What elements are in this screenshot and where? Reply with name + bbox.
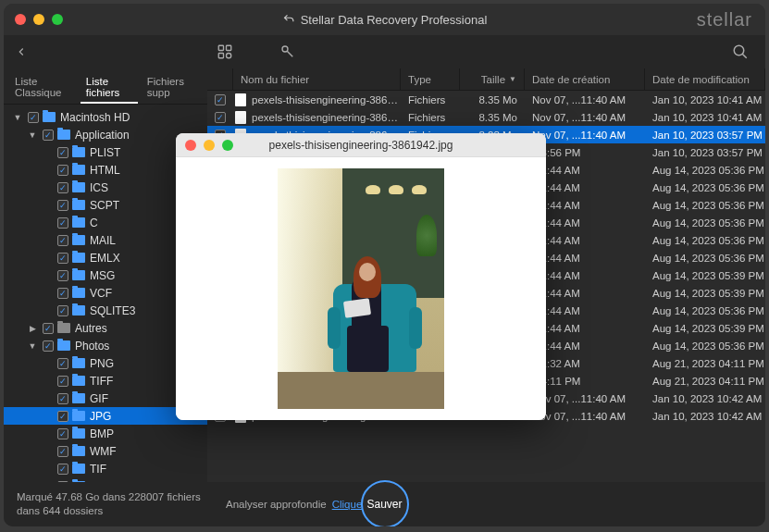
file-type: Fichiers (401, 94, 460, 105)
minimize-icon[interactable] (33, 14, 44, 25)
tree-label: Macintosh HD (60, 111, 130, 124)
folder-icon (72, 376, 85, 386)
tree-item[interactable]: ✓ WMF (4, 442, 207, 460)
file-name: pexels-thisisengineering-3861958.jpg (252, 112, 401, 123)
checkbox[interactable]: ✓ (57, 464, 68, 475)
titlebar: Stellar Data Recovery Professional stell… (4, 4, 765, 35)
tree-item[interactable]: ▼ ✓ Macintosh HD (4, 108, 207, 126)
toolbar (4, 35, 765, 68)
checkbox[interactable]: ✓ (215, 94, 226, 105)
checkbox[interactable]: ✓ (57, 358, 68, 369)
file-modified: Aug 21, 2023 04:11 PM (645, 376, 765, 387)
checkbox[interactable]: ✓ (57, 217, 68, 229)
tree-item[interactable]: ✓ BMP (4, 425, 207, 442)
col-type[interactable]: Type (401, 68, 460, 90)
checkbox[interactable]: ✓ (57, 411, 68, 422)
file-modified: Aug 14, 2023 05:36 PM (645, 165, 765, 176)
footer: Marqué 47.68 Go dans 228007 fichiers dan… (4, 482, 765, 526)
file-modified: Jan 10, 2023 03:57 PM (645, 147, 765, 158)
checkbox[interactable]: ✓ (57, 288, 68, 299)
save-button[interactable]: Sauver (361, 480, 409, 526)
tree-label: BMP (90, 427, 114, 440)
file-modified: Aug 14, 2023 05:36 PM (645, 182, 765, 193)
tab-classic[interactable]: Liste Classique (9, 72, 77, 104)
col-created[interactable]: Date de création (525, 68, 645, 90)
search-icon[interactable] (732, 43, 749, 60)
tree-label: Photos (75, 340, 109, 353)
checkbox[interactable]: ✓ (57, 270, 68, 281)
sidebar-tabs: Liste Classique Liste fichiers Fichiers … (4, 68, 207, 105)
folder-icon (72, 393, 85, 403)
maximize-icon[interactable] (52, 14, 63, 25)
close-icon[interactable] (15, 14, 26, 25)
checkbox[interactable]: ✓ (57, 446, 68, 457)
folder-icon (72, 464, 85, 474)
col-name[interactable]: Nom du fichier (233, 68, 401, 90)
file-modified: Aug 14, 2023 05:36 PM (645, 200, 765, 211)
file-modified: Aug 14, 2023 05:39 PM (645, 270, 765, 281)
folder-icon (72, 147, 85, 157)
deep-scan-label: Analyser approfondie (226, 499, 327, 510)
preview-close-icon[interactable] (185, 140, 196, 151)
back-button[interactable] (15, 45, 28, 58)
file-created: Nov 07, ...11:40 AM (525, 112, 645, 123)
tree-label: HTML (90, 164, 120, 177)
tree-label: TIFF (90, 375, 113, 388)
checkbox[interactable]: ✓ (57, 165, 68, 176)
checkbox[interactable]: ✓ (57, 147, 68, 158)
disclosure-icon[interactable]: ▶ (26, 324, 39, 333)
preview-image (278, 168, 444, 409)
sort-desc-icon: ▼ (509, 75, 516, 83)
checkbox[interactable]: ✓ (57, 235, 68, 246)
file-row[interactable]: ✓ pexels-thisisengineering-3861958.jpg F… (207, 91, 765, 108)
preview-window[interactable]: pexels-thisisengineering-3861942.jpg (176, 133, 546, 420)
svg-rect-0 (218, 45, 223, 50)
folder-icon (57, 323, 70, 333)
checkbox[interactable]: ✓ (57, 428, 68, 439)
tree-label: EMLX (90, 252, 120, 265)
col-check[interactable] (207, 68, 233, 90)
checkbox[interactable]: ✓ (57, 182, 68, 193)
tools-icon[interactable] (279, 43, 296, 60)
col-modified[interactable]: Date de modification (645, 68, 765, 90)
file-modified: Aug 14, 2023 05:36 PM (645, 340, 765, 352)
file-name: pexels-thisisengineering-3861958.jpg (252, 94, 401, 105)
file-modified: Jan 10, 2023 10:42 AM (645, 393, 765, 404)
col-size[interactable]: Taille▼ (460, 68, 525, 90)
tab-files[interactable]: Liste fichiers (81, 72, 138, 104)
preview-maximize-icon[interactable] (222, 140, 233, 151)
tree-label: Autres (75, 322, 107, 335)
svg-rect-2 (218, 54, 223, 58)
brand-logo: stellar (697, 9, 752, 31)
tree-label: C (90, 217, 98, 229)
checkbox[interactable]: ✓ (43, 340, 54, 352)
tree-label: GIF (90, 392, 108, 405)
file-modified: Aug 14, 2023 05:36 PM (645, 217, 765, 229)
checkbox[interactable]: ✓ (57, 393, 68, 404)
file-modified: Aug 14, 2023 05:39 PM (645, 288, 765, 299)
checkbox[interactable]: ✓ (43, 130, 54, 141)
checkbox[interactable]: ✓ (57, 253, 68, 264)
folder-icon (72, 270, 85, 280)
folder-icon (57, 130, 70, 140)
grid-toggle-icon[interactable] (217, 43, 233, 60)
checkbox[interactable]: ✓ (57, 376, 68, 387)
disclosure-icon[interactable]: ▼ (11, 113, 24, 122)
folder-icon (72, 446, 85, 456)
checkbox[interactable]: ✓ (43, 323, 54, 334)
disclosure-icon[interactable]: ▼ (26, 130, 39, 140)
checkbox[interactable]: ✓ (215, 112, 226, 123)
folder-icon (72, 253, 85, 263)
file-row[interactable]: ✓ pexels-thisisengineering-3861958.jpg F… (207, 108, 765, 126)
checkbox[interactable]: ✓ (57, 305, 68, 316)
folder-icon (72, 411, 85, 421)
tab-supp[interactable]: Fichiers supp (142, 72, 202, 104)
checkbox[interactable]: ✓ (57, 200, 68, 211)
file-size: 8.35 Mo (460, 94, 525, 105)
disclosure-icon[interactable]: ▼ (26, 341, 39, 351)
window-title: Stellar Data Recovery Professional (282, 13, 488, 27)
preview-minimize-icon[interactable] (204, 140, 215, 151)
tree-item[interactable]: ✓ TIF (4, 460, 207, 477)
checkbox[interactable]: ✓ (28, 112, 39, 123)
column-headers: Nom du fichier Type Taille▼ Date de créa… (207, 68, 765, 91)
